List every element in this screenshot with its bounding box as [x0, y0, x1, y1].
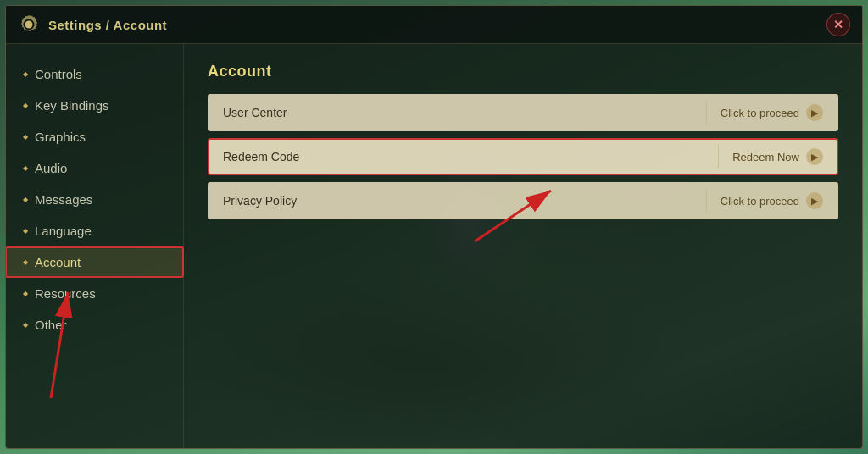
main-content: Account User CenterClick to proceed▶Rede…	[184, 44, 862, 448]
sidebar-item-label: Language	[35, 224, 92, 238]
bullet-icon: ◆	[23, 258, 28, 266]
action-label: Click to proceed	[721, 107, 799, 119]
sidebar-item-controls[interactable]: ◆Controls	[6, 59, 183, 89]
sidebar-item-language[interactable]: ◆Language	[6, 216, 183, 246]
sidebar-item-label: Controls	[35, 67, 82, 81]
sidebar-item-label: Resources	[35, 286, 96, 301]
action-label: Click to proceed	[721, 195, 799, 208]
sidebar-item-resources[interactable]: ◆Resources	[6, 279, 183, 308]
bullet-icon: ◆	[23, 164, 28, 172]
close-button[interactable]: ✕	[826, 13, 850, 36]
action-label: Redeem Now	[732, 151, 799, 163]
titlebar: Settings / Account ✕	[6, 6, 862, 44]
sidebar-item-audio[interactable]: ◆Audio	[6, 153, 183, 183]
sidebar-item-label: Other	[35, 318, 67, 332]
bullet-icon: ◆	[23, 70, 28, 78]
menu-row-action-user-center[interactable]: Click to proceed▶	[707, 96, 837, 130]
sidebar: ◆Controls◆Key Bindings◆Graphics◆Audio◆Me…	[6, 44, 184, 448]
menu-row-redeem-code[interactable]: Redeem CodeRedeem Now▶	[208, 138, 838, 175]
menu-row-privacy-policy[interactable]: Privacy PolicyClick to proceed▶	[208, 182, 838, 219]
title-text: Settings / Account	[48, 18, 167, 32]
sidebar-item-label: Audio	[35, 161, 67, 175]
gear-icon	[18, 14, 40, 36]
sidebar-item-account[interactable]: ◆Account	[6, 247, 183, 277]
sidebar-item-label: Messages	[35, 192, 92, 207]
section-title: Account	[208, 63, 838, 80]
bullet-icon: ◆	[23, 102, 28, 109]
bullet-icon: ◆	[23, 196, 28, 203]
menu-row-label-user-center: User Center	[209, 97, 706, 128]
sidebar-item-key-bindings[interactable]: ◆Key Bindings	[6, 91, 183, 120]
sidebar-item-label: Graphics	[35, 130, 86, 144]
menu-row-label-redeem-code: Redeem Code	[209, 141, 718, 172]
sidebar-item-other[interactable]: ◆Other	[6, 310, 183, 340]
menu-row-label-privacy-policy: Privacy Policy	[209, 185, 706, 216]
bullet-icon: ◆	[23, 133, 28, 141]
arrow-right-icon: ▶	[806, 192, 823, 209]
menu-row-action-privacy-policy[interactable]: Click to proceed▶	[707, 184, 837, 218]
sidebar-item-graphics[interactable]: ◆Graphics	[6, 122, 183, 152]
bullet-icon: ◆	[23, 227, 28, 235]
menu-row-action-redeem-code[interactable]: Redeem Now▶	[719, 140, 837, 174]
sidebar-item-label: Account	[35, 255, 81, 269]
sidebar-item-messages[interactable]: ◆Messages	[6, 185, 183, 214]
arrow-right-icon: ▶	[806, 148, 823, 165]
menu-row-user-center[interactable]: User CenterClick to proceed▶	[208, 94, 838, 131]
bullet-icon: ◆	[23, 290, 28, 297]
arrow-right-icon: ▶	[806, 104, 823, 121]
sidebar-item-label: Key Bindings	[35, 98, 109, 113]
bullet-icon: ◆	[23, 321, 28, 329]
